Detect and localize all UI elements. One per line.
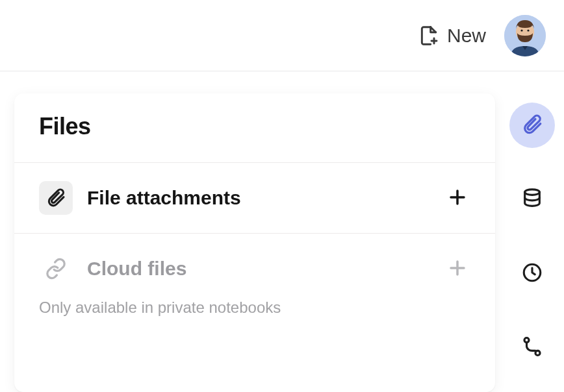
rail-attachments-button[interactable] [509, 103, 555, 148]
paperclip-icon [521, 114, 543, 138]
right-rail [509, 103, 555, 392]
paperclip-icon [39, 181, 73, 215]
git-branch-icon [521, 336, 543, 360]
rail-history-button[interactable] [509, 251, 555, 296]
files-panel-header: Files [14, 93, 495, 162]
svg-point-3 [527, 29, 529, 31]
link-icon [39, 252, 73, 286]
add-cloud-file-button [444, 256, 470, 282]
rail-git-button[interactable] [509, 325, 555, 370]
database-icon [521, 188, 543, 212]
panel-title: Files [39, 113, 470, 140]
plus-icon [448, 258, 467, 280]
main-area: Files File attachments [0, 71, 564, 392]
plus-icon [448, 188, 467, 209]
files-panel: Files File attachments [14, 93, 495, 392]
new-button-label: New [447, 25, 486, 47]
section-title: File attachments [87, 187, 430, 209]
clock-icon [521, 262, 543, 286]
section-cloud-files: Cloud files Only available in private no… [14, 233, 495, 335]
svg-point-4 [525, 189, 540, 195]
section-note: Only available in private notebooks [39, 299, 470, 317]
section-file-attachments: File attachments [14, 162, 495, 233]
rail-database-button[interactable] [509, 177, 555, 222]
user-avatar[interactable] [504, 15, 546, 56]
svg-point-2 [520, 29, 522, 31]
add-file-attachment-button[interactable] [444, 185, 470, 211]
section-title: Cloud files [87, 258, 430, 280]
top-header: New [0, 0, 564, 71]
new-file-icon [418, 25, 439, 46]
new-button[interactable]: New [418, 25, 486, 47]
